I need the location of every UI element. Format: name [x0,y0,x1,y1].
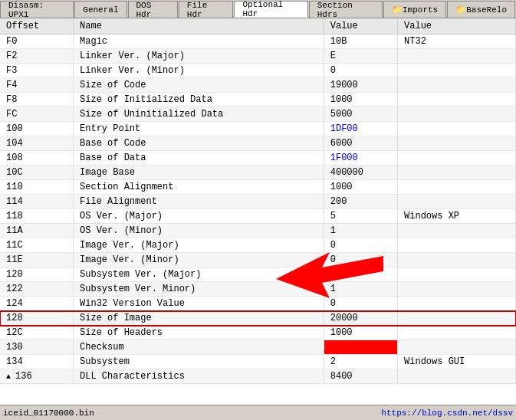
tab-file-hdr[interactable]: File Hdr [179,1,234,18]
status-bar: iceid_01170000.bin https://blog.csdn.net… [0,405,516,420]
cell-value1: 8400 [324,369,397,384]
cell-value1: 6000 [324,136,397,151]
tab-label: General [83,5,118,15]
cell-name: Linker Ver. (Major) [74,49,324,64]
status-right: https://blog.csdn.net/dssv [381,409,513,418]
cell-value2 [398,267,516,282]
cell-value2 [398,297,516,311]
cell-offset: 114 [0,195,74,209]
table-row[interactable]: FCSize of Uninitialized Data5000 [0,107,516,122]
table-row[interactable]: ▲ 136DLL Characteristics8400 [0,369,516,384]
cell-value2 [398,93,516,107]
tab-disasm[interactable]: Disasm: UPX1 [0,1,74,18]
tab-optional-hdr[interactable]: Optional Hdr [234,1,307,18]
cell-value1: 0 [324,340,397,355]
table-row[interactable]: 128Size of Image20000 [0,311,516,326]
table-row[interactable]: 120Subsystem Ver. (Major)5 [0,267,516,282]
table-row[interactable]: 124Win32 Version Value0 [0,297,516,311]
tab-section-hdrs[interactable]: Section Hdrs [309,1,383,18]
table-row[interactable]: 100Entry Point1DF00 [0,122,516,136]
cell-value2 [398,195,516,209]
cell-offset: 104 [0,136,74,151]
table-row[interactable]: F4Size of Code19000 [0,78,516,93]
cell-offset: F4 [0,78,74,93]
cell-value2: Windows GUI [398,355,516,369]
table-row[interactable]: 118OS Ver. (Major)5Windows XP [0,209,516,224]
table-row[interactable]: 108Base of Data1F000 [0,151,516,166]
cell-name: Section Alignment [74,180,324,195]
table-row[interactable]: F2Linker Ver. (Major)E [0,49,516,64]
tab-label: Imports [403,5,438,15]
table-row[interactable]: 10CImage Base400000 [0,166,516,180]
cell-value2 [398,224,516,238]
cell-name: File Alignment [74,195,324,209]
cell-offset: 12C [0,326,74,340]
cell-value2 [398,78,516,93]
table-row[interactable]: 104Base of Code6000 [0,136,516,151]
table-row[interactable]: 122Subsystem Ver. Minor)1 [0,282,516,297]
cell-value1: 0 [324,64,397,78]
table-row[interactable]: F0Magic10BNT32 [0,34,516,49]
col-header-value1: Value [324,18,397,34]
cell-value1: 1 [324,282,397,297]
cell-value2: NT32 [398,34,516,49]
cell-name: OS Ver. (Major) [74,209,324,224]
table-row[interactable]: 11EImage Ver. (Minor)0 [0,253,516,267]
cell-value1: 0 [324,297,397,311]
cell-offset: 11A [0,224,74,238]
cell-value1: 2 [324,355,397,369]
cell-offset: 130 [0,340,74,355]
cell-value2 [398,340,516,355]
tab-imports[interactable]: 📁 Imports [383,1,446,18]
header-row: OffsetNameValueValue [0,18,516,34]
cell-value1: 19000 [324,78,397,93]
cell-value2 [398,369,516,384]
cell-value1: 1DF00 [324,122,397,136]
cell-name: Size of Headers [74,326,324,340]
cell-name: Size of Uninitialized Data [74,107,324,122]
cell-name: Subsystem Ver. Minor) [74,282,324,297]
cell-value2 [398,151,516,166]
table-container[interactable]: OffsetNameValueValue F0Magic10BNT32F2Lin… [0,18,516,405]
tab-general[interactable]: General [74,1,127,18]
tab-label: Disasm: UPX1 [8,1,65,19]
cell-value2 [398,136,516,151]
cell-name: Base of Code [74,136,324,151]
cell-value2 [398,180,516,195]
cell-value1: 5 [324,209,397,224]
cell-value2 [398,107,516,122]
cell-value1: 400000 [324,166,397,180]
tab-label: Optional Hdr [242,0,299,18]
cell-value1: 0 [324,253,397,267]
tab-folder-icon: 📁 [392,5,403,15]
cell-offset: F0 [0,34,74,49]
cell-offset: 118 [0,209,74,224]
tab-label: File Hdr [187,1,225,19]
cell-value2 [398,253,516,267]
table-row[interactable]: 12CSize of Headers1000 [0,326,516,340]
table-row[interactable]: 11AOS Ver. (Minor)1 [0,224,516,238]
table-row[interactable]: 11CImage Ver. (Major)0 [0,238,516,253]
col-header-offset: Offset [0,18,74,34]
cell-value2 [398,238,516,253]
table-row[interactable]: 130Checksum0 [0,340,516,355]
cell-name: Entry Point [74,122,324,136]
cell-name: Subsystem Ver. (Major) [74,267,324,282]
cell-value1: 5000 [324,107,397,122]
cell-offset: 124 [0,297,74,311]
table-row[interactable]: 110Section Alignment1000 [0,180,516,195]
cell-value1: 1000 [324,93,397,107]
tab-dos-hdr[interactable]: DOS Hdr [128,1,178,18]
cell-value2 [398,326,516,340]
table-row[interactable]: F8Size of Initialized Data1000 [0,93,516,107]
table-row[interactable]: 114File Alignment200 [0,195,516,209]
cell-offset: ▲ 136 [0,369,74,384]
tab-baserelo[interactable]: 📁 BaseRelo [447,1,515,18]
cell-value1: 0 [324,238,397,253]
cell-name: Image Ver. (Major) [74,238,324,253]
cell-offset: F2 [0,49,74,64]
cell-value2 [398,311,516,326]
table-row[interactable]: 134Subsystem2Windows GUI [0,355,516,369]
cell-offset: F3 [0,64,74,78]
table-row[interactable]: F3Linker Ver. (Minor)0 [0,64,516,78]
